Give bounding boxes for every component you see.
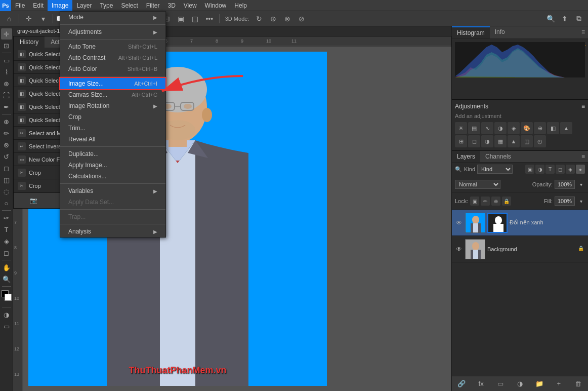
- menu-image[interactable]: Image: [48, 0, 72, 11]
- adj-photo-filter[interactable]: ▲: [560, 122, 572, 134]
- text-tool[interactable]: T: [1, 224, 12, 235]
- menu-apply-image[interactable]: Apply Image...: [60, 160, 165, 171]
- menu-adjustments[interactable]: Adjustments ▶: [60, 26, 165, 37]
- menu-duplicate[interactable]: Duplicate...: [60, 148, 165, 160]
- layer-eye-btn[interactable]: 👁: [455, 245, 463, 253]
- adj-curves[interactable]: ∿: [481, 122, 493, 134]
- menu-variables[interactable]: Variables ▶: [60, 185, 165, 197]
- filter-type-icon[interactable]: T: [545, 165, 555, 174]
- adj-vibrance[interactable]: ◈: [508, 122, 520, 134]
- menu-mode[interactable]: Mode ▶: [60, 12, 165, 23]
- layer-link-btn[interactable]: 🔗: [455, 378, 468, 390]
- layer-adj-btn[interactable]: ◑: [514, 378, 526, 390]
- adj-brightness[interactable]: ☀: [455, 122, 467, 134]
- filter-pixel-icon[interactable]: ▣: [525, 165, 534, 174]
- filter-toggle[interactable]: ●: [576, 165, 585, 174]
- more-tools-btn[interactable]: •••: [203, 13, 216, 25]
- adj-invert[interactable]: ◑: [481, 135, 493, 147]
- adj-posterize[interactable]: ▦: [494, 135, 507, 147]
- adj-color-lookup[interactable]: ◻: [468, 135, 480, 147]
- tab-history[interactable]: History: [14, 36, 45, 48]
- layer-item-doi-nen-xanh[interactable]: 👁: [452, 210, 588, 236]
- history-brush[interactable]: ↺: [1, 151, 12, 162]
- move-tool-btn[interactable]: ✛: [23, 13, 35, 25]
- layer-new-btn[interactable]: +: [553, 378, 565, 390]
- share-btn[interactable]: ⬆: [559, 13, 571, 25]
- eyedropper-tool[interactable]: ✒: [1, 101, 12, 112]
- menu-image-rotation[interactable]: Image Rotation ▶: [60, 100, 165, 111]
- lock-artboards-icon[interactable]: ⊕: [491, 197, 500, 206]
- artboard-tool[interactable]: ⊡: [1, 40, 12, 51]
- menu-window[interactable]: Window: [201, 0, 231, 11]
- menu-auto-tone[interactable]: Auto Tone Shift+Ctrl+L: [60, 41, 165, 52]
- hand-tool[interactable]: ✋: [1, 262, 12, 273]
- filter-adjust-icon[interactable]: ◑: [535, 165, 544, 174]
- 3d-rotate-btn[interactable]: ↻: [253, 13, 265, 25]
- adj-channel-mixer[interactable]: ⊞: [455, 135, 467, 147]
- menu-crop[interactable]: Crop: [60, 111, 165, 123]
- lock-all-icon[interactable]: 🔒: [502, 197, 511, 206]
- lock-pixels-icon[interactable]: ▣: [470, 197, 479, 206]
- lasso-tool[interactable]: ⌇: [1, 66, 12, 77]
- opacity-arrow[interactable]: ▾: [577, 178, 585, 190]
- marquee-tool[interactable]: ▭: [1, 55, 12, 66]
- adj-levels[interactable]: ▤: [468, 122, 480, 134]
- crop-tool[interactable]: ⛶: [1, 90, 12, 101]
- tab-histogram[interactable]: Histogram: [452, 26, 490, 38]
- pen-tool[interactable]: ✑: [1, 212, 12, 223]
- menu-select[interactable]: Select: [117, 0, 142, 11]
- layer-item-background[interactable]: 👁 Background 🔒: [452, 236, 588, 262]
- menu-filter[interactable]: Filter: [142, 0, 164, 11]
- search-btn[interactable]: 🔍: [544, 13, 557, 25]
- align-middle-btn[interactable]: ▣: [175, 13, 187, 25]
- menu-type[interactable]: Type: [96, 0, 117, 11]
- menu-analysis[interactable]: Analysis ▶: [60, 226, 165, 237]
- fill-arrow[interactable]: ▾: [577, 195, 585, 207]
- arrange-btn[interactable]: ⧉: [573, 13, 585, 25]
- layers-more[interactable]: ≡: [578, 151, 588, 162]
- menu-help[interactable]: Help: [230, 0, 251, 11]
- screen-mode[interactable]: ▭: [1, 321, 12, 332]
- adj-gradient-map[interactable]: ◫: [521, 135, 533, 147]
- menu-trim[interactable]: Trim...: [60, 123, 165, 134]
- tab-channels[interactable]: Channels: [480, 151, 516, 162]
- layer-group-btn[interactable]: 📁: [533, 378, 545, 390]
- menu-layer[interactable]: Layer: [72, 0, 96, 11]
- layer-delete-btn[interactable]: 🗑: [572, 378, 584, 390]
- background-color[interactable]: [5, 294, 12, 301]
- menu-file[interactable]: File: [11, 0, 29, 11]
- fill-input[interactable]: [555, 197, 575, 206]
- filter-kind-select[interactable]: Kind: [477, 165, 513, 174]
- menu-canvas-size[interactable]: Canvas Size... Alt+Ctrl+C: [60, 89, 165, 100]
- menu-reveal-all[interactable]: Reveal All: [60, 134, 165, 145]
- brush-tool[interactable]: ✏: [1, 128, 12, 139]
- align-bottom-btn[interactable]: ▤: [189, 13, 201, 25]
- heal-tool[interactable]: ⊕: [1, 116, 12, 127]
- menu-calculations[interactable]: Calculations...: [60, 171, 165, 182]
- adj-bw[interactable]: ◧: [547, 122, 559, 134]
- adj-exposure[interactable]: ◑: [494, 122, 507, 134]
- layer-mask-btn[interactable]: ▭: [494, 378, 507, 390]
- zoom-tool[interactable]: 🔍: [1, 273, 12, 285]
- blend-mode-select[interactable]: Normal: [455, 180, 500, 189]
- adj-hsl[interactable]: 🎨: [521, 122, 533, 134]
- 3d-pan-btn[interactable]: ⊕: [267, 13, 279, 25]
- 3d-more-btn[interactable]: ⊘: [296, 13, 308, 25]
- lock-position-icon[interactable]: ✏: [481, 197, 490, 206]
- layer-eye-btn[interactable]: 👁: [455, 219, 463, 227]
- shape-tool[interactable]: ◻: [1, 247, 12, 258]
- quick-select-tool[interactable]: ⊛: [1, 78, 12, 89]
- select-move-tool[interactable]: ✛: [1, 28, 12, 40]
- 3d-zoom-btn[interactable]: ⊗: [281, 13, 293, 25]
- gradient-tool[interactable]: ◫: [1, 174, 12, 185]
- opacity-input[interactable]: [555, 180, 575, 189]
- tab-info[interactable]: Info: [490, 26, 510, 38]
- filter-smart-icon[interactable]: ◈: [566, 165, 575, 174]
- dodge-tool[interactable]: ○: [1, 198, 12, 209]
- tab-layers[interactable]: Layers: [452, 151, 480, 162]
- menu-edit[interactable]: Edit: [29, 0, 48, 11]
- layer-fx-btn[interactable]: fx: [475, 378, 487, 390]
- filter-shape-icon[interactable]: ◻: [556, 165, 565, 174]
- history-snapshot-btn[interactable]: 📷: [28, 195, 39, 206]
- adj-threshold[interactable]: ▲: [508, 135, 520, 147]
